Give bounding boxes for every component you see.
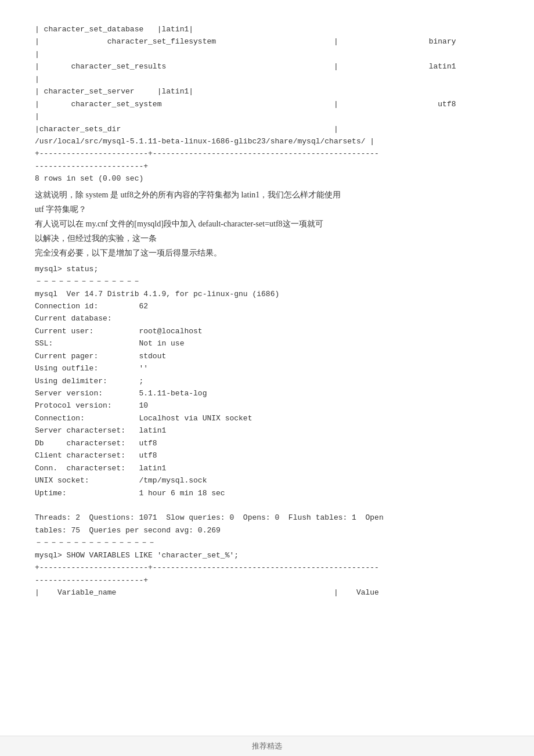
status-block: mysql Ver 14.7 Distrib 4.1.9, for pc-lin…: [35, 288, 499, 537]
prose-line-1: 这就说明，除 system 是 utf8之外的所有内容的字符集都为 latin1…: [35, 188, 499, 202]
mysql-prompt-2: mysql> SHOW VARIABLES LIKE 'character_se…: [35, 549, 499, 561]
prose-block: 这就说明，除 system 是 utf8之外的所有内容的字符集都为 latin1…: [35, 188, 499, 261]
prose-line-5: 完全没有必要，以下是增加了这一项后得显示结果。: [35, 246, 499, 260]
divider-1: －－－－－－－－－－－－－－: [35, 275, 499, 287]
mysql-prompt-1: mysql> status;: [35, 263, 499, 275]
prose-line-4: 以解决，但经过我的实验，这一条: [35, 231, 499, 246]
prose-line-2: utf 字符集呢？: [35, 202, 499, 217]
prose-line-3: 有人说可以在 my.cnf 文件的[mysqld]段中加入 default-ch…: [35, 217, 499, 231]
footer-label: 推荐精选: [252, 741, 282, 750]
table-header-row: | Variable_name | Value: [35, 586, 499, 599]
footer-bar: 推荐精选: [0, 736, 534, 756]
content-area: | character_set_database |latin1| | char…: [35, 23, 499, 599]
divider-2: －－－－－－－－－－－－－－－－: [35, 537, 499, 549]
table-rows-block: | character_set_database |latin1| | char…: [35, 23, 499, 172]
separator-bottom: +------------------------+--------------…: [35, 561, 499, 586]
rows-info: 8 rows in set (0.00 sec): [35, 172, 499, 185]
